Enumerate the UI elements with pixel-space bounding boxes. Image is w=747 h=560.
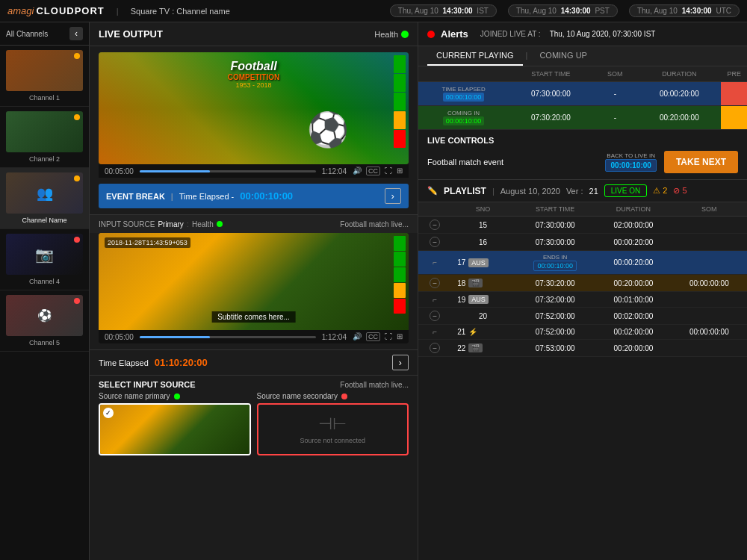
sidebar-item-channel-name[interactable]: 👥 Channel Name: [0, 168, 89, 229]
time-elapsed-value: 01:10:20:00: [155, 357, 208, 368]
time-elapsed-next-button[interactable]: ›: [392, 355, 409, 370]
playlist-edit-icon[interactable]: ✏️: [427, 186, 438, 196]
col-header-start-time: START TIME: [509, 66, 592, 82]
take-next-button[interactable]: TAKE NEXT: [664, 151, 738, 173]
pl-col-som: SOM: [672, 202, 747, 217]
row15-sno: 15: [451, 217, 515, 234]
pl-col-empty: [418, 202, 451, 217]
right-panel: Alerts JOINED LIVE AT : Thu, 10 Aug 2020…: [418, 22, 747, 560]
cp-row1-duration: 00:00:20:00: [637, 82, 721, 106]
time-label-ist: Thu, Aug 10: [398, 7, 438, 15]
row17-expand[interactable]: ⌐: [433, 258, 437, 267]
row16-sno: 16: [451, 234, 515, 251]
pl-col-start-time: START TIME: [515, 202, 595, 217]
list-item: ⌐ 19 AUS 07:32:00:00 00:01:00:00: [418, 292, 747, 308]
playlist-header: ✏️ PLAYLIST | August 10, 2020 Ver : 21 L…: [418, 180, 747, 202]
table-row: COMING IN 00:00:10:00 07:30:20:00 - 00:2…: [418, 106, 747, 130]
row21-sno: 21: [457, 328, 465, 336]
cc-icon[interactable]: CC: [366, 167, 380, 175]
row20-minus[interactable]: −: [430, 311, 440, 321]
row15-minus[interactable]: −: [430, 220, 440, 230]
row22-sno: 22: [457, 344, 465, 352]
primary-source-thumb[interactable]: ✓: [99, 403, 251, 455]
back-to-live-label: BACK TO LIVE IN: [607, 152, 655, 159]
primary-source-dot: [174, 393, 180, 399]
health-label: Health: [374, 30, 398, 39]
time-label-utc: Thu, Aug 10: [637, 7, 678, 15]
channel1-label: Channel 1: [6, 94, 83, 102]
source-progress-bar[interactable]: [140, 336, 316, 338]
sidebar-item-channel4[interactable]: 📷 Channel 4: [0, 229, 89, 290]
time-zone-ist: IST: [477, 7, 489, 15]
row19-som: [672, 292, 747, 308]
time-badge-ist: Thu, Aug 10 14:30:00 IST: [390, 4, 497, 17]
pl-col-duration: DURATION: [595, 202, 671, 217]
input-source-health: Health: [192, 220, 214, 228]
tab-current-playing[interactable]: CURRENT PLAYING: [427, 46, 523, 66]
list-item: − 22 🎬 07:53:00:00 00:20:00:00: [418, 340, 747, 357]
time-zone-utc: UTC: [716, 7, 731, 15]
coming-in-badge-label: COMING IN: [447, 110, 480, 116]
channel2-label: Channel 2: [6, 155, 83, 163]
event-break-next-button[interactable]: ›: [385, 188, 401, 204]
row16-start: 07:30:00:00: [515, 234, 595, 251]
row22-minus[interactable]: −: [430, 343, 440, 353]
tab-coming-up[interactable]: COMING UP: [530, 46, 596, 66]
row19-sno: 19: [457, 296, 465, 304]
source-grid-icon[interactable]: ⊞: [397, 332, 403, 341]
coming-in-badge-time: 00:00:10:00: [443, 116, 485, 125]
time-elapsed-badge-time: 00:00:10:00: [443, 93, 485, 102]
current-playing-table: START TIME SOM DURATION PRE TIME ELAPSED…: [418, 66, 747, 130]
row20-sno: 20: [451, 308, 515, 325]
grid-icon[interactable]: ⊞: [397, 167, 403, 175]
row16-minus[interactable]: −: [430, 237, 440, 247]
input-source-header: INPUT SOURCE Primary : Health Football m…: [90, 214, 418, 233]
row19-expand[interactable]: ⌐: [433, 296, 437, 304]
col-header-som: SOM: [593, 66, 638, 82]
time-badge-pst: Thu, Aug 10 14:30:00 PST: [508, 4, 618, 17]
source-cc-icon[interactable]: CC: [366, 332, 380, 341]
col-header-duration: DURATION: [637, 66, 721, 82]
alerts-title: Alerts: [441, 28, 468, 40]
source-fullscreen-icon[interactable]: ⛶: [385, 332, 392, 341]
row18-start: 07:30:20:00: [515, 275, 595, 292]
playlist-separator: |: [492, 187, 495, 196]
current-playing-tabs: CURRENT PLAYING | COMING UP: [418, 46, 747, 66]
source-subtitle: Subtitle comes here...: [211, 311, 296, 323]
row18-duration: 00:20:00:00: [595, 275, 671, 292]
source-timestamp: 2018-11-28T11:43:59+053: [105, 237, 190, 248]
row21-expand[interactable]: ⌐: [433, 328, 437, 336]
row18-sno: 18: [457, 279, 465, 287]
ends-in-time: 00:00:10:00: [533, 261, 577, 271]
playlist-ver-label: Ver :: [566, 187, 583, 196]
video-progress-bar[interactable]: [140, 170, 316, 172]
fullscreen-icon[interactable]: ⛶: [385, 167, 392, 175]
event-break-timer: 00:00:10:00: [240, 190, 293, 202]
row18-film-badge: 🎬: [468, 279, 483, 287]
playlist-ver-number: 21: [589, 187, 598, 196]
live-on-badge[interactable]: LIVE ON: [604, 184, 647, 197]
list-item: − 16 07:30:00:00 00:00:20:00: [418, 234, 747, 251]
row18-minus[interactable]: −: [430, 278, 440, 288]
secondary-source-label: Source name secondary: [257, 392, 338, 400]
row16-duration: 00:00:20:00: [595, 234, 671, 251]
source-not-connected-label: Source not connected: [300, 437, 365, 444]
cp-row1-som: -: [593, 82, 638, 106]
mute-icon[interactable]: 🔊: [353, 167, 362, 175]
event-break-bar: EVENT BREAK | Time Elapsed - 00:00:10:00…: [99, 184, 409, 208]
row22-som: [672, 340, 747, 357]
event-break-label: EVENT BREAK: [106, 192, 165, 201]
cp-row2-duration: 00:20:00:00: [637, 106, 721, 130]
playlist-section: ✏️ PLAYLIST | August 10, 2020 Ver : 21 L…: [418, 180, 747, 560]
sidebar-collapse-button[interactable]: ‹: [69, 27, 83, 40]
source-mute-icon[interactable]: 🔊: [353, 332, 362, 341]
sidebar-item-channel5[interactable]: ⚽ Channel 5: [0, 290, 89, 352]
ends-in-label: ENDS IN: [543, 254, 567, 261]
sidebar-item-channel1[interactable]: Channel 1: [0, 46, 89, 107]
header-separator: |: [117, 7, 119, 16]
live-output-header: LIVE OUTPUT Health: [90, 22, 418, 46]
secondary-source-thumb[interactable]: ⊣⊢ Source not connected: [257, 403, 409, 455]
current-playing-table-wrapper: START TIME SOM DURATION PRE TIME ELAPSED…: [418, 66, 747, 130]
row19-start: 07:32:00:00: [515, 292, 595, 308]
sidebar-item-channel2[interactable]: Channel 2: [0, 107, 89, 168]
